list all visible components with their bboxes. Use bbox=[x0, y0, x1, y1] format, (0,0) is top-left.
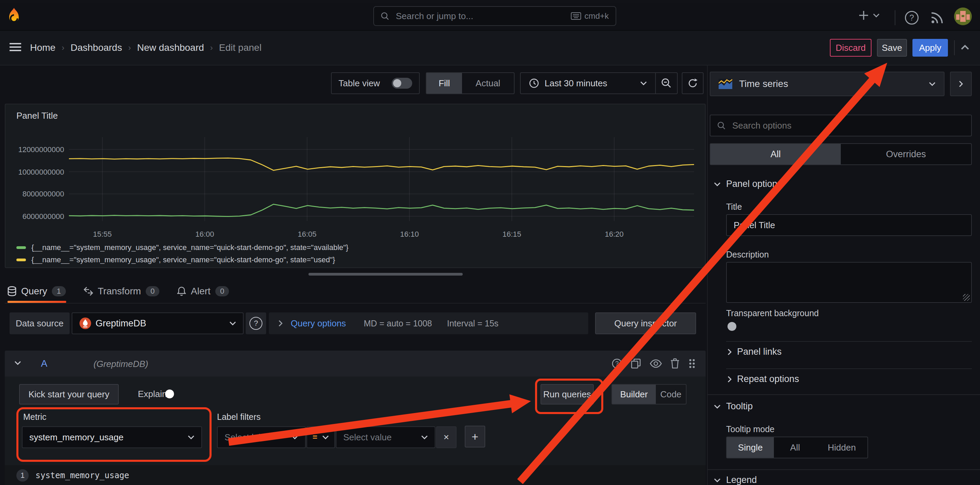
refresh-icon bbox=[687, 78, 698, 88]
hide-response-eye-icon[interactable] bbox=[650, 358, 662, 369]
remove-filter-button[interactable]: × bbox=[436, 426, 457, 448]
section-title: Repeat options bbox=[737, 374, 799, 384]
interval-summary: Interval = 15s bbox=[447, 318, 498, 328]
metric-select[interactable]: system_memory_usage bbox=[22, 426, 202, 448]
filter-tab-all[interactable]: All bbox=[710, 144, 841, 164]
grafana-edit-panel-screen: cmd+k ? Home › Dashboards › New dash bbox=[0, 0, 980, 485]
query-datasource-hint: (GreptimeDB) bbox=[94, 359, 148, 369]
chevron-right-icon bbox=[727, 348, 732, 355]
chevron-down-icon bbox=[873, 13, 880, 17]
kick-start-query-button[interactable]: Kick start your query bbox=[19, 384, 119, 404]
builder-option[interactable]: Builder bbox=[612, 385, 656, 404]
legend-swatch-available[interactable] bbox=[16, 246, 26, 249]
plus-icon bbox=[859, 10, 869, 21]
pane-resize-handle[interactable] bbox=[309, 273, 463, 275]
add-new-button[interactable] bbox=[859, 10, 880, 21]
tab-query[interactable]: Query 1 bbox=[8, 286, 66, 297]
collapse-options-pane-button[interactable] bbox=[950, 72, 972, 96]
news-rss-icon[interactable] bbox=[931, 11, 943, 24]
y-axis-tick: 10000000000 bbox=[5, 168, 64, 177]
fill-option[interactable]: Fill bbox=[426, 73, 462, 94]
collapse-header-chevron-up-icon[interactable] bbox=[961, 45, 969, 50]
query-row-header[interactable]: A (GreptimeDB) ? bbox=[5, 351, 706, 377]
section-title: Legend bbox=[726, 475, 757, 485]
tooltip-section-header[interactable]: Tooltip bbox=[714, 401, 753, 412]
operator-value: = bbox=[313, 433, 317, 442]
code-option[interactable]: Code bbox=[656, 389, 686, 400]
time-range-picker[interactable]: Last 30 minutes bbox=[521, 78, 655, 89]
query-inspector-button[interactable]: Query inspector bbox=[595, 312, 696, 334]
breadcrumb-edit-panel: Edit panel bbox=[219, 42, 262, 53]
panel-title-input[interactable] bbox=[726, 214, 972, 236]
user-avatar[interactable] bbox=[954, 8, 972, 25]
save-button[interactable]: Save bbox=[877, 39, 907, 57]
transform-icon bbox=[84, 286, 93, 296]
refresh-button[interactable] bbox=[682, 72, 703, 94]
tooltip-mode-all[interactable]: All bbox=[774, 442, 816, 453]
legend-item[interactable]: {__name__="system_memory_usage", service… bbox=[16, 243, 348, 253]
remove-query-trash-icon[interactable] bbox=[670, 358, 680, 369]
select-value-dropdown[interactable]: Select value bbox=[336, 426, 435, 448]
options-search-input[interactable] bbox=[731, 120, 964, 132]
filter-tab-overrides[interactable]: Overrides bbox=[841, 149, 971, 160]
datasource-label: Data source bbox=[10, 312, 70, 334]
legend-item[interactable]: {__name__="system_memory_usage", service… bbox=[16, 255, 335, 265]
add-filter-button[interactable]: + bbox=[465, 426, 485, 447]
chevron-right-icon bbox=[727, 376, 732, 383]
actual-option[interactable]: Actual bbox=[462, 78, 514, 89]
clock-icon bbox=[529, 78, 539, 88]
breadcrumb-new-dashboard[interactable]: New dashboard bbox=[137, 42, 204, 53]
database-icon bbox=[8, 286, 16, 296]
mega-menu-button[interactable] bbox=[10, 43, 21, 51]
repeat-options-section[interactable]: Repeat options bbox=[727, 374, 799, 384]
query-preview-code: system_memory_usage bbox=[35, 471, 129, 480]
tab-alert[interactable]: Alert 0 bbox=[177, 286, 229, 297]
duplicate-query-icon[interactable] bbox=[631, 358, 641, 369]
panel-options-section-header[interactable]: Panel options bbox=[714, 179, 782, 189]
chevron-down-icon bbox=[929, 82, 935, 86]
collapse-query-chevron-icon[interactable] bbox=[14, 361, 21, 365]
tooltip-mode-single[interactable]: Single bbox=[727, 437, 774, 458]
operator-dropdown[interactable]: = bbox=[306, 426, 335, 448]
y-axis-tick: 8000000000 bbox=[5, 190, 64, 199]
query-ref-id[interactable]: A bbox=[41, 358, 48, 369]
tab-count-badge: 1 bbox=[52, 286, 65, 296]
datasource-help-button[interactable]: ? bbox=[246, 312, 266, 334]
grafana-logo-icon[interactable] bbox=[9, 8, 19, 25]
resize-handle[interactable] bbox=[963, 294, 970, 301]
select-label-dropdown[interactable]: Select label bbox=[217, 426, 306, 448]
query-options-bar[interactable]: Query options MD = auto = 1008 Interval … bbox=[269, 312, 588, 334]
panel-links-section[interactable]: Panel links bbox=[727, 347, 782, 357]
chevron-right-icon bbox=[278, 320, 283, 327]
drag-handle-icon[interactable] bbox=[688, 358, 696, 369]
legend-section-header[interactable]: Legend bbox=[714, 475, 757, 485]
visualization-picker[interactable]: Time series bbox=[710, 72, 945, 96]
preview-step-number: 1 bbox=[16, 469, 29, 482]
table-view-toggle[interactable] bbox=[392, 78, 412, 89]
legend-swatch-used[interactable] bbox=[16, 259, 26, 261]
shortcut-hint: cmd+k bbox=[571, 11, 609, 21]
tooltip-mode-hidden[interactable]: Hidden bbox=[816, 442, 867, 453]
breadcrumb-home[interactable]: Home bbox=[30, 42, 56, 53]
breadcrumb-dashboards[interactable]: Dashboards bbox=[71, 42, 122, 53]
search-input[interactable] bbox=[395, 10, 565, 22]
tooltip-mode-label: Tooltip mode bbox=[726, 424, 775, 434]
zoom-out-time-button[interactable] bbox=[656, 78, 677, 89]
description-label: Description bbox=[726, 250, 769, 259]
run-queries-button[interactable]: Run queries bbox=[541, 384, 594, 404]
label-filters-label: Label filters bbox=[217, 412, 261, 422]
all-overrides-switch: All Overrides bbox=[710, 143, 972, 165]
description-textarea[interactable] bbox=[726, 262, 972, 303]
apply-button[interactable]: Apply bbox=[912, 39, 948, 57]
help-icon[interactable]: ? bbox=[905, 11, 919, 25]
discard-button[interactable]: Discard bbox=[830, 39, 872, 57]
tab-transform[interactable]: Transform 0 bbox=[84, 286, 160, 297]
metric-label: Metric bbox=[23, 412, 46, 422]
greptimedb-logo-icon bbox=[79, 317, 91, 329]
chevron-down-icon bbox=[640, 81, 647, 85]
query-help-icon[interactable]: ? bbox=[611, 358, 622, 369]
chevron-right-icon bbox=[959, 81, 963, 87]
tab-label: Transform bbox=[98, 286, 141, 297]
panel-preview[interactable]: Panel Title 12000000000 10000000000 8000… bbox=[5, 104, 706, 268]
datasource-picker[interactable]: GreptimeDB bbox=[72, 312, 243, 334]
